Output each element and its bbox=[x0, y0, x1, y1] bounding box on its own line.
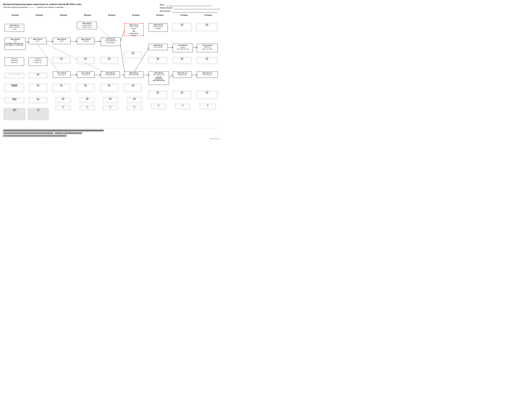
svg-line-11 bbox=[134, 48, 149, 72]
box-phys2750-sub: Univ Phys I bbox=[54, 74, 70, 76]
box-blurred-c3-3: ██ bbox=[56, 97, 70, 103]
student-number-underline[interactable] bbox=[174, 7, 220, 9]
box-tech-elective: # Tech Elective 3000+ (3) Engr, Sci, Mat… bbox=[197, 44, 218, 52]
box-blurred-c9-2: ██ bbox=[196, 57, 217, 64]
box-blurred-c8-2: ██ bbox=[172, 57, 191, 64]
date-entered-label: Date Entered: bbox=[160, 10, 171, 13]
box-blurred-c4-3: ██ bbox=[80, 97, 95, 103]
box-imse2110-title: IMSE 2110 (3) bbox=[125, 24, 143, 26]
box-mae1000-line3: course bbox=[6, 28, 23, 30]
box-mae4300: MAE 4300 (3) Heat Transfer bbox=[149, 44, 168, 50]
footer-text: updated May 2016 bbox=[3, 138, 220, 140]
legend-solid-text: Solid lines indicate a prerequisite bbox=[3, 6, 28, 8]
box-imse2710-sub2: Analysis bbox=[150, 28, 167, 29]
box-stat4710-title: Stat 4710 (3) bbox=[125, 33, 143, 34]
svg-line-17 bbox=[96, 26, 110, 38]
diagram: MAE 1000 (1) or other Engr Intro course … bbox=[3, 17, 220, 127]
box-blurred-c6-4: █ bbox=[127, 106, 142, 110]
box-math4100-title: Math 4100 (3) bbox=[78, 38, 94, 40]
svg-line-15 bbox=[168, 75, 173, 77]
box-blurred-c2-1: ██ bbox=[29, 73, 47, 78]
box-or-text: -or- bbox=[125, 30, 143, 32]
hours-col-2: 16 hours bbox=[27, 14, 51, 16]
box-phys2760: Phys 2760 (5) Univ Phys II bbox=[77, 71, 95, 78]
box-math1700-title: Math 1700 (5) bbox=[30, 38, 45, 40]
hours-col-7: 15 hours bbox=[148, 14, 172, 16]
box-phys2750: Phys 2750 (5) Univ Phys I bbox=[53, 71, 70, 78]
box-mae2100-sub2: Software Tools. bbox=[78, 26, 96, 28]
box-mae4800-sub2: Thermal/Fluids Lab bbox=[174, 48, 192, 50]
box-mae4300-sub: Heat Transfer bbox=[150, 46, 167, 48]
box-blurred-c1-2: ████ bbox=[5, 98, 24, 103]
box-imse2110-sub1: Prob. & Stats bbox=[125, 26, 143, 28]
box-social1-line3: Science (3) bbox=[6, 62, 23, 63]
arrow-solid: ———→ bbox=[29, 6, 36, 8]
box-mae2300: MAE 2300 (3) Thermodynamics bbox=[101, 71, 120, 78]
main-title: Mechanical Engineering degree requiremen… bbox=[3, 3, 82, 5]
box-mae3800-title: MAE 3800 (3) bbox=[150, 72, 168, 74]
box-blurred-c1-1: ██████ bbox=[5, 84, 24, 92]
box-phys2750-title: Phys 2750 (5) bbox=[54, 72, 70, 74]
box-math1700-sub: Calc II bbox=[30, 40, 45, 42]
name-label: Name: bbox=[160, 3, 165, 6]
box-mae4001-elec2-sub: MAE Elective bbox=[198, 74, 217, 76]
box-mae2300-sub: Thermodynamics bbox=[101, 74, 119, 76]
box-mae3800-note3: Engr 2200 and Phys bbox=[150, 80, 168, 81]
header-left: Mechanical Engineering degree requiremen… bbox=[3, 3, 82, 8]
bottom-notes-blurred-3: ████████████████████████████████████████… bbox=[3, 135, 220, 137]
box-mae3400-sub: Fluid Mechanics bbox=[125, 74, 142, 76]
box-math1500-prereq: Prerequisite: ALEK'S score of 65 or high… bbox=[6, 43, 25, 46]
box-imse2710-title: IMSE 2710 (3) bbox=[150, 24, 167, 26]
box-math2300-sub: Calc III bbox=[54, 40, 70, 42]
student-number-label: Student Number: bbox=[160, 6, 173, 10]
box-mae3800: MAE 3800 (3) Inst. & Meas. Lab Additiona… bbox=[149, 71, 169, 85]
box-math1500-title: Math 1500 (5) bbox=[6, 38, 25, 40]
box-social1-line1: # Social or bbox=[6, 58, 23, 60]
box-mae1000-line1: MAE 1000 (1) bbox=[6, 25, 23, 26]
box-mae4800-title: MAE 4800 (4) bbox=[174, 44, 192, 46]
name-field: Name: bbox=[160, 3, 220, 6]
box-mae4001-elec1: MAE 4001+ (3) MAE Elective bbox=[173, 71, 192, 78]
page: Mechanical Engineering degree requiremen… bbox=[0, 0, 223, 141]
box-blurred-c5-1: ██ bbox=[100, 57, 118, 64]
box-mae3100-sub1: Comp Methods for bbox=[101, 40, 120, 42]
box-mae2100: MAE 2100 (2) Programming & Software Tool… bbox=[77, 22, 97, 29]
box-mae2300-title: MAE 2300 (3) bbox=[101, 72, 119, 74]
box-mae4001-elec1-title: MAE 4001+ (3) bbox=[174, 72, 191, 74]
box-blurred-c9-3: ██ bbox=[196, 91, 217, 99]
box-imse2110: IMSE 2110 (3) Prob. & Stats f/Engrs -or-… bbox=[124, 23, 144, 36]
box-tech-elective-title: # Tech Elective bbox=[198, 44, 217, 46]
box-tech-elective-sub2: Engr, Sci, Math bbox=[198, 48, 217, 50]
box-math1500-sub: Calc I bbox=[6, 40, 25, 42]
box-phys2760-sub: Univ Phys II bbox=[78, 74, 94, 76]
bottom-notes: ████████████████████████████████████████… bbox=[3, 128, 220, 140]
box-blurred-c3-1: ██ bbox=[52, 57, 70, 64]
box-blurred-c1-3: ███ bbox=[4, 108, 25, 120]
box-blurred-c2-2: ██ bbox=[29, 84, 47, 92]
box-mae4800-sub1: Applied bbox=[174, 46, 192, 48]
legend: Solid lines indicate a prerequisite ———→… bbox=[3, 6, 82, 8]
box-mae4800: MAE 4800 (4) Applied Thermal/Fluids Lab bbox=[173, 44, 193, 52]
hours-col-9: 12 hours bbox=[196, 14, 220, 16]
box-blurred-c7-3: █ bbox=[151, 104, 166, 109]
name-underline[interactable] bbox=[166, 4, 212, 6]
header-right: Name: Student Number: Date Entered: bbox=[160, 3, 220, 13]
hours-row: 14 hours 16 hours 14 hours 16 hours 14 h… bbox=[3, 14, 220, 16]
date-entered-underline[interactable] bbox=[172, 10, 218, 13]
box-mae3100-sub2: Engr Design bbox=[101, 42, 120, 44]
hours-col-5: 14 hours bbox=[100, 14, 124, 16]
svg-line-5 bbox=[120, 44, 125, 75]
box-blurred-c9-4: █ bbox=[200, 104, 216, 109]
box-blurred-c4-2: ██ bbox=[77, 84, 94, 92]
box-blurred-c8-1: ██ bbox=[172, 23, 191, 31]
box-imse2110-sub2: f/Engrs bbox=[125, 28, 143, 30]
box-math4100: Math 4100 (3) Diff Eqns bbox=[77, 38, 95, 44]
box-blurred-c6-3: ██ bbox=[127, 97, 142, 103]
box-math1500: Math 1500 (5) Calc I Prerequisite: ALEK'… bbox=[5, 38, 25, 50]
box-mae3400-title: MAE 3400 (3) bbox=[125, 72, 142, 74]
box-blurred-c8-3: ██ bbox=[172, 91, 191, 99]
box-mae2100-sub1: Programming & bbox=[78, 24, 96, 26]
box-mae3800-sub: Inst. & Meas. Lab bbox=[150, 74, 168, 76]
box-blurred-c4-4: █ bbox=[80, 106, 95, 110]
header: Mechanical Engineering degree requiremen… bbox=[3, 3, 220, 13]
